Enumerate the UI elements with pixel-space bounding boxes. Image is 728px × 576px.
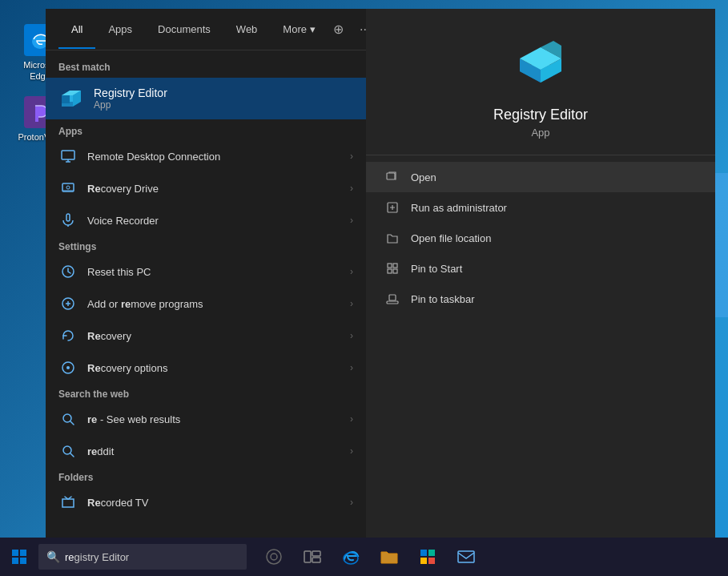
action-pin-taskbar[interactable]: Pin to taskbar [366, 284, 715, 314]
best-match-item[interactable]: Registry Editor App [46, 78, 366, 119]
pin-taskbar-icon [385, 292, 400, 306]
svg-point-41 [344, 553, 358, 564]
tab-apps[interactable]: Apps [95, 17, 145, 42]
tab-web[interactable]: Web [223, 17, 271, 42]
list-item-recovery[interactable]: Recovery › [46, 320, 366, 352]
recovery-options-label: Recovery options [87, 362, 340, 374]
remote-desktop-arrow: › [350, 151, 353, 162]
svg-point-8 [66, 186, 70, 189]
add-remove-icon [58, 294, 78, 313]
reddit-label: reddit [87, 445, 340, 457]
action-open[interactable]: Open [366, 162, 715, 192]
list-item-remote-desktop[interactable]: Remote Desktop Connection › [46, 140, 366, 172]
pin-taskbar-label: Pin to taskbar [411, 293, 475, 305]
svg-rect-39 [312, 551, 320, 556]
svg-rect-42 [420, 550, 427, 556]
voice-recorder-label: Voice Recorder [87, 215, 340, 227]
remote-desktop-icon [58, 147, 78, 166]
re-web-arrow: › [350, 413, 353, 425]
svg-rect-31 [389, 295, 396, 300]
tab-more[interactable]: More ▾ [270, 17, 328, 42]
taskbar-cortana[interactable] [256, 538, 292, 576]
action-pin-start[interactable]: Pin to Start [366, 253, 715, 284]
svg-rect-44 [420, 558, 427, 564]
svg-rect-26 [388, 264, 392, 268]
taskbar-mail[interactable] [448, 538, 484, 576]
desktop: MicrosofEdge ProtonVPN All Apps Document… [0, 0, 728, 576]
run-admin-icon [385, 200, 400, 215]
list-item-recovery-drive[interactable]: Recovery Drive › [46, 172, 366, 204]
registry-editor-icon [58, 86, 84, 111]
apps-section-header: Apps [46, 121, 366, 140]
run-admin-label: Run as administrator [411, 202, 507, 214]
list-item-add-remove[interactable]: Add or remove programs › [46, 288, 366, 320]
app-detail-type: App [531, 127, 549, 139]
list-item-voice-recorder[interactable]: Voice Recorder › [46, 204, 366, 236]
recovery-icon [58, 326, 78, 345]
list-item-recovery-options[interactable]: Recovery options › [46, 352, 366, 384]
pin-start-icon [385, 261, 400, 276]
list-item-re-web[interactable]: re - See web results › [46, 403, 366, 435]
remote-desktop-label: Remote Desktop Connection [87, 151, 340, 163]
taskbar-store[interactable] [410, 538, 445, 576]
open-file-location-icon [385, 231, 400, 245]
app-detail: Registry Editor App [366, 9, 715, 155]
svg-rect-24 [387, 173, 395, 179]
svg-rect-28 [388, 269, 392, 273]
action-run-admin[interactable]: Run as administrator [366, 192, 715, 223]
search-web-header: Search the web [46, 384, 366, 403]
best-match-name: Registry Editor [94, 87, 167, 99]
right-panel: Registry Editor App Open [366, 9, 715, 538]
recovery-drive-arrow: › [350, 183, 353, 194]
action-list: Open Run as administrator [366, 155, 715, 320]
results-area: Best match Registry Editor [46, 50, 366, 538]
open-file-location-label: Open file location [411, 232, 491, 244]
tab-documents[interactable]: Documents [145, 17, 223, 42]
recovery-options-icon [58, 358, 78, 377]
taskbar-icons [256, 538, 484, 576]
svg-point-14 [66, 366, 70, 369]
start-menu: All Apps Documents Web More ▾ ⊕ ··· ✕ Be… [46, 9, 715, 538]
feedback-button[interactable]: ⊕ [328, 18, 348, 40]
add-remove-label: Add or remove programs [87, 298, 340, 310]
voice-recorder-icon [58, 211, 78, 230]
reddit-search-icon [58, 441, 78, 461]
list-item-recorded-tv[interactable]: Recorded TV › [46, 486, 366, 518]
svg-rect-33 [20, 550, 26, 556]
svg-point-37 [271, 554, 277, 560]
open-label: Open [411, 171, 436, 183]
recovery-drive-icon [58, 179, 78, 198]
svg-line-16 [70, 421, 74, 425]
svg-rect-34 [12, 558, 18, 564]
list-item-reddit[interactable]: reddit › [46, 435, 366, 467]
taskbar: 🔍 registry Editor [0, 538, 728, 576]
svg-rect-35 [20, 558, 26, 564]
search-web-icon [58, 409, 78, 429]
settings-section-header: Settings [46, 236, 366, 256]
svg-rect-3 [62, 95, 70, 103]
action-open-file-location[interactable]: Open file location [366, 223, 715, 253]
svg-point-36 [267, 550, 281, 564]
svg-rect-6 [62, 151, 74, 159]
recovery-arrow: › [350, 330, 353, 341]
recorded-tv-icon [58, 493, 78, 512]
recorded-tv-arrow: › [350, 497, 353, 508]
reset-pc-icon [58, 262, 78, 281]
taskbar-search-text: registry Editor [65, 551, 129, 563]
list-item-reset-pc[interactable]: Reset this PC › [46, 256, 366, 288]
svg-rect-29 [393, 269, 397, 273]
taskbar-edge[interactable] [333, 538, 368, 576]
add-remove-arrow: › [350, 298, 353, 309]
taskbar-search-icon: 🔍 [46, 550, 60, 563]
start-button[interactable] [0, 538, 38, 576]
svg-rect-27 [393, 264, 397, 268]
svg-rect-43 [428, 550, 435, 556]
taskbar-explorer[interactable] [372, 538, 407, 576]
taskbar-task-view[interactable] [295, 538, 330, 576]
tab-all[interactable]: All [58, 17, 95, 42]
recovery-drive-label: Recovery Drive [87, 183, 340, 195]
left-panel: All Apps Documents Web More ▾ ⊕ ··· ✕ Be… [46, 9, 366, 538]
taskbar-search[interactable]: 🔍 registry Editor [38, 544, 247, 570]
svg-rect-46 [458, 551, 474, 562]
svg-rect-32 [12, 550, 18, 556]
